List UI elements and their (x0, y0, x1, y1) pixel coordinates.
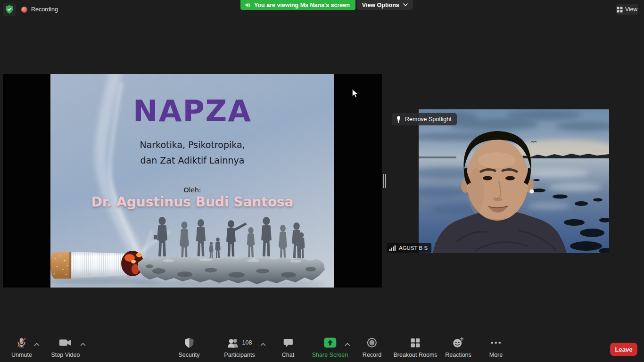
panel-resize-handle[interactable] (383, 174, 387, 188)
record-label: Record (363, 352, 381, 358)
pin-icon (396, 116, 402, 123)
zoom-meeting-window: Recording You are viewing Ms Nana's scre… (0, 0, 644, 362)
share-screen-label: Share Screen (312, 352, 348, 358)
participants-button[interactable]: 108 Participants (224, 337, 255, 358)
security-button[interactable]: Security (178, 337, 199, 358)
participant-video-tile[interactable] (419, 109, 609, 253)
viewing-banner-text: You are viewing Ms Nana's screen (254, 2, 350, 8)
reactions-label: Reactions (445, 352, 471, 358)
unmute-label: Unmute (11, 352, 32, 358)
remove-spotlight-label: Remove Spotlight (405, 116, 452, 123)
participants-icon (227, 338, 239, 348)
chevron-down-icon (403, 3, 408, 7)
participants-options-chevron[interactable] (260, 343, 266, 346)
unmute-button[interactable]: Unmute (11, 337, 32, 358)
breakout-rooms-label: Breakout Rooms (393, 352, 437, 358)
slide-byline: Oleh: (50, 186, 334, 194)
viewing-banner-message: You are viewing Ms Nana's screen (240, 0, 355, 10)
recording-dot (21, 7, 27, 13)
view-button[interactable]: View (616, 4, 638, 15)
shared-screen-area: NAPZA Narkotika, Psikotropika, dan Zat A… (3, 74, 382, 288)
encryption-status-button[interactable] (3, 3, 16, 16)
more-dots-icon (490, 341, 502, 345)
presentation-slide: NAPZA Narkotika, Psikotropika, dan Zat A… (50, 74, 334, 288)
share-screen-icon (324, 337, 337, 348)
record-icon (367, 337, 377, 348)
shield-check-icon (4, 4, 15, 15)
mouse-cursor (352, 89, 358, 98)
recording-indicator[interactable]: Recording (21, 6, 58, 13)
viewing-banner: You are viewing Ms Nana's screen View Op… (240, 0, 413, 10)
security-label: Security (178, 352, 199, 358)
unmute-options-chevron[interactable] (34, 343, 40, 346)
leave-button[interactable]: Leave (610, 343, 637, 356)
slide-subtitle-line1: Narkotika, Psikotropika, (50, 137, 334, 153)
chat-bubble-icon (283, 338, 294, 348)
signal-bars-icon (389, 245, 396, 251)
breakout-rooms-button[interactable]: Breakout Rooms (393, 337, 437, 358)
camera-icon (59, 338, 72, 347)
slide-subtitle: Narkotika, Psikotropika, dan Zat Adiktif… (50, 137, 334, 168)
mic-muted-icon (17, 337, 27, 348)
stop-video-button[interactable]: Stop Video (51, 337, 80, 358)
breakout-rooms-icon (410, 338, 420, 348)
slide-author: Dr. Agustinus Budi Santosa (50, 194, 334, 210)
participants-count: 108 (242, 339, 252, 346)
share-screen-button[interactable]: Share Screen (312, 337, 348, 358)
reactions-smiley-icon (453, 337, 464, 348)
more-button[interactable]: More (489, 337, 503, 358)
participants-label: Participants (224, 352, 255, 358)
view-options-label: View Options (362, 2, 399, 8)
view-options-dropdown[interactable]: View Options (357, 0, 413, 10)
remove-spotlight-button[interactable]: Remove Spotlight (392, 113, 457, 125)
view-button-label: View (625, 6, 637, 13)
chat-button[interactable]: Chat (282, 337, 294, 358)
stop-video-label: Stop Video (51, 352, 80, 358)
record-button[interactable]: Record (363, 337, 381, 358)
people-silhouettes (154, 217, 305, 258)
participant-name-tag: AGUST B S (387, 243, 431, 253)
slide-title: NAPZA (50, 94, 334, 128)
reactions-button[interactable]: Reactions (445, 337, 471, 358)
more-label: More (489, 352, 503, 358)
recording-label: Recording (31, 6, 58, 13)
participant-name: AGUST B S (399, 245, 428, 251)
chat-label: Chat (282, 352, 294, 358)
share-options-chevron[interactable] (345, 343, 350, 346)
security-shield-icon (184, 337, 194, 348)
grid-view-icon (617, 7, 623, 13)
speaker-icon (245, 2, 251, 8)
participant-video-frame (419, 109, 609, 253)
slide-subtitle-line2: dan Zat Adiktif Lainnya (50, 153, 334, 168)
video-options-chevron[interactable] (80, 343, 86, 346)
